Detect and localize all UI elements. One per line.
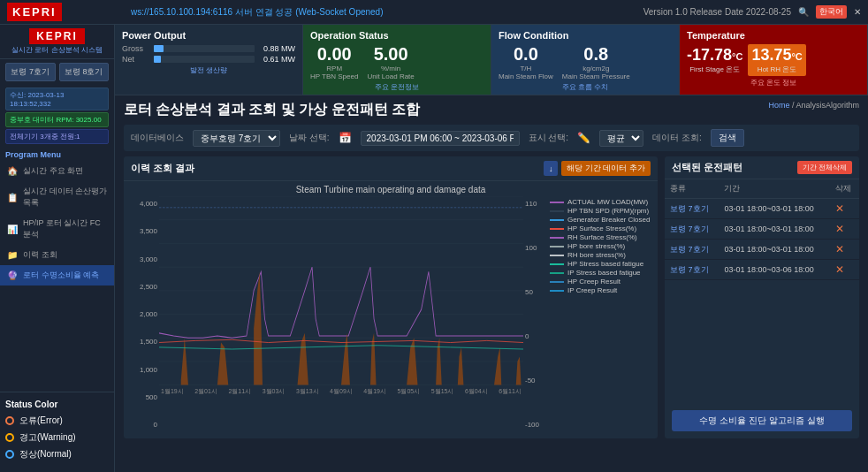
main-chart-svg — [159, 196, 523, 385]
display-label: 표시 선택: — [529, 132, 569, 144]
status-color-section: Status Color 오류(Error) 경고(Warning) 정상(No… — [0, 392, 114, 472]
right-table-container: 종류 기간 삭제 보령 7호기 03-01 18:00~03-01 18:00 … — [665, 179, 859, 403]
kepri-logo: KEPRI — [12, 5, 57, 19]
chart-panel-buttons: ↓ 해당 기간 데이터 추가 — [544, 161, 651, 176]
lang-badge[interactable]: 한국어 — [816, 5, 847, 19]
close-icon[interactable]: ✕ — [854, 7, 861, 17]
pressure-unit: kg/cm2g — [562, 65, 630, 72]
chart-panel-header: 이력 조회 결과 ↓ 해당 기간 데이터 추가 — [124, 156, 658, 181]
sidebar-menu-item-3[interactable]: 📁이력 조회 — [0, 245, 114, 265]
menu-label-4: 로터 수명소비율 예측 — [23, 270, 99, 281]
gross-row: Gross 0.88 MW — [122, 44, 295, 53]
chart-legend: ACTUAL MW LOAD(MW) HP TBN SPD (RPM)(rpm)… — [548, 196, 654, 432]
temp-link[interactable]: 주요 온도 정보 — [687, 78, 860, 88]
operation-link[interactable]: 주요 운전정보 — [310, 82, 483, 92]
chart-title: Steam Turbine main operating and damage … — [127, 185, 654, 194]
calendar-icon: 📅 — [339, 132, 352, 144]
table-row: 보령 7호기 03-01 18:00~03-01 18:00 ✕ — [665, 240, 859, 260]
menu-label-1: 실시간 데이터 손산평가 목록 — [23, 186, 107, 209]
date-input[interactable] — [361, 131, 520, 146]
legend-item: ACTUAL MW LOAD(MW) — [550, 198, 652, 206]
sidebar-system-title: 실시간 로터 손상분석 시스템 — [0, 46, 114, 55]
menu-icon-3: 📁 — [7, 250, 18, 261]
power-link[interactable]: 발전 생산량 — [122, 65, 295, 75]
edit-icon: ✏️ — [577, 132, 590, 144]
row-period-2: 03-01 18:00~03-01 18:00 — [719, 240, 829, 260]
breadcrumb-home[interactable]: Home — [768, 101, 789, 110]
legend-item: HP Stress based fatigue — [550, 260, 652, 268]
row-period-0: 03-01 18:00~03-01 18:00 — [719, 199, 829, 219]
delete-btn-3[interactable]: ✕ — [835, 263, 844, 276]
sidebar-menu-item-1[interactable]: 📋실시간 데이터 손산평가 목록 — [0, 181, 114, 213]
report8-btn[interactable]: 보령 8호기 — [59, 63, 110, 81]
receive-time-badge[interactable]: 수신: 2023-03-13 18:13:52,332 — [5, 88, 109, 110]
pattern-table: 종류 기간 삭제 보령 7호기 03-01 18:00~03-01 18:00 … — [665, 179, 859, 280]
menu-icon-4: 🔮 — [7, 270, 18, 281]
menu-title: Program Menu — [0, 147, 114, 161]
flow-link[interactable]: 주요 흐름 수치 — [499, 82, 672, 92]
legend-item: IP Creep Result — [550, 286, 652, 294]
report7-btn[interactable]: 보령 7호기 — [5, 63, 56, 81]
breadcrumb: Home / AnalysisAlgorithm — [768, 101, 859, 110]
download-btn[interactable]: ↓ — [544, 161, 559, 176]
right-panel-header: 선택된 운전패턴 기간 전체삭제 — [665, 156, 859, 179]
period-delete-btn[interactable]: 기간 전체삭제 — [797, 161, 852, 174]
main-layout: KEPRI 실시간 로터 손상분석 시스템 보령 7호기 보령 8호기 수신: … — [0, 25, 868, 472]
pressure-label: Main Steam Pressure — [562, 72, 630, 80]
rpm-value: 0.00 — [310, 44, 358, 65]
row-delete-0: ✕ — [830, 199, 859, 219]
filter-bar: 데이터베이스 중부호령 7호기 날짜 선택: 📅 표시 선택: ✏️ 평균 데이… — [124, 125, 859, 151]
temperature-card: Temperature -17.78°C First Stage 온도 13.7… — [680, 25, 868, 95]
menu-label-3: 이력 조회 — [23, 249, 57, 261]
row-delete-1: ✕ — [830, 219, 859, 240]
col-delete-header: 삭제 — [830, 179, 859, 199]
net-row: Net 0.61 MW — [122, 55, 295, 64]
power-title: Power Output — [122, 30, 295, 41]
add-data-btn[interactable]: 해당 기간 데이터 추가 — [561, 161, 651, 176]
main-content: Power Output Gross 0.88 MW Net 0.61 MW 발… — [115, 25, 868, 472]
load-label: Unit Load Rate — [367, 72, 414, 80]
run-algorithm-btn[interactable]: 수명 소비율 진단 알고리즘 실행 — [672, 410, 852, 431]
top-bar: KEPRI ws://165.10.100.194:6116 서버 연결 성공 … — [0, 0, 868, 25]
row-type-3: 보령 7호기 — [665, 260, 719, 280]
rpm-unit: RPM — [310, 65, 358, 72]
row-period-1: 03-01 18:00~03-01 18:00 — [719, 219, 829, 240]
rpm-badge[interactable]: 중부호 대미터 RPM: 3025.00 — [5, 112, 109, 127]
delete-btn-2[interactable]: ✕ — [835, 243, 844, 255]
steam-label: Main Steam Flow — [499, 72, 553, 80]
menu-icon-0: 🏠 — [7, 166, 18, 177]
date-label: 날짜 선택: — [289, 132, 330, 144]
search-icon[interactable]: 🔍 — [798, 7, 809, 17]
page-content-area: 로터 손상분석 결과 조회 및 가상 운전패턴 조합 Home / Analys… — [115, 95, 868, 472]
display-select[interactable]: 평균 — [599, 130, 643, 147]
legend-item: Generator Breaker Closed — [550, 216, 652, 224]
delete-btn-1[interactable]: ✕ — [835, 223, 844, 235]
gross-bar — [154, 45, 164, 52]
y-axis-left: 4,0003,5003,0002,5002,0001,5001,0005000 — [127, 196, 159, 432]
sidebar-menu-item-2[interactable]: 📊HP/IP 로터 실시간 FC 분석 — [0, 213, 114, 245]
legend-item: HP Creep Result — [550, 278, 652, 285]
db-select[interactable]: 중부호령 7호기 — [193, 130, 280, 147]
row-type-2: 보령 7호기 — [665, 240, 719, 260]
normal-dot — [5, 450, 14, 459]
sidebar-menu-item-0[interactable]: 🏠실시간 주요 화면 — [0, 161, 114, 181]
legend-item: RH Surface Stress(%) — [550, 233, 652, 241]
legend-item: IP Stress based fatigue — [550, 269, 652, 277]
x-axis-labels: 1월19시2월01시2월11시3월03시3월13시4월09시4월19시5월05시… — [159, 387, 523, 396]
logo-area: KEPRI — [7, 3, 122, 21]
db-label: 데이터베이스 — [131, 132, 184, 144]
gross-label: Gross — [122, 44, 148, 53]
row-period-3: 03-01 18:00~03-06 18:00 — [719, 260, 829, 280]
search-button[interactable]: 검색 — [711, 129, 744, 147]
chart-svg-container: 1월19시2월01시2월11시3월03시3월13시4월09시4월19시5월05시… — [159, 196, 523, 432]
menu-items: 🏠실시간 주요 화면📋실시간 데이터 손산평가 목록📊HP/IP 로터 실시간 … — [0, 161, 114, 285]
row-delete-2: ✕ — [830, 240, 859, 260]
normal-label: 정상(Normal) — [19, 448, 72, 461]
error-dot — [5, 416, 14, 425]
warning-dot — [5, 433, 14, 442]
sidebar-menu-item-4[interactable]: 🔮로터 수명소비율 예측 — [0, 265, 114, 285]
delete-btn-0[interactable]: ✕ — [835, 202, 844, 215]
gross-val: 0.88 MW — [260, 44, 295, 53]
legend-item: HP bore stress(%) — [550, 242, 652, 250]
device-count-badge[interactable]: 전체기기 3개중 전원:1 — [5, 129, 109, 144]
